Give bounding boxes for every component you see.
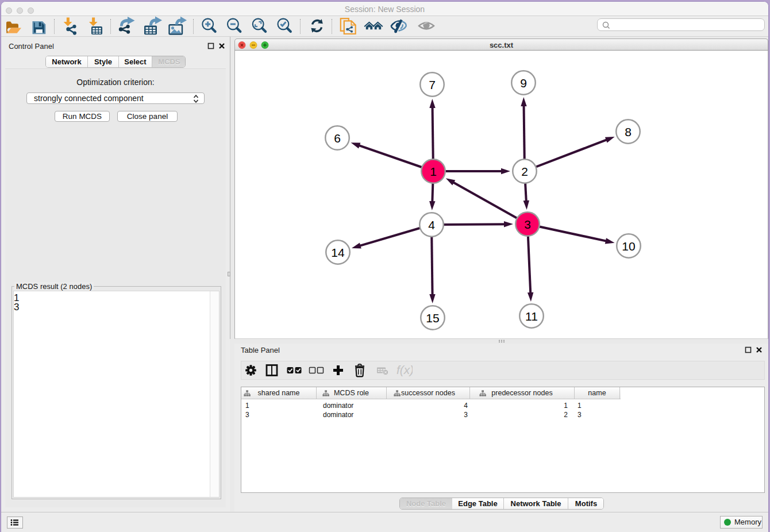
svg-text:2: 2 [521, 165, 528, 178]
svg-text:14: 14 [331, 246, 345, 259]
svg-text:10: 10 [622, 240, 635, 253]
svg-text:8: 8 [625, 125, 632, 138]
svg-text:4: 4 [428, 218, 435, 232]
svg-text:9: 9 [520, 76, 527, 90]
svg-text:11: 11 [525, 310, 538, 323]
svg-text:3: 3 [524, 218, 531, 231]
svg-text:f(x): f(x) [396, 363, 413, 376]
svg-text:1: 1 [430, 165, 437, 178]
svg-text:15: 15 [426, 311, 439, 325]
svg-text:7: 7 [429, 78, 436, 91]
svg-text:6: 6 [334, 132, 341, 145]
